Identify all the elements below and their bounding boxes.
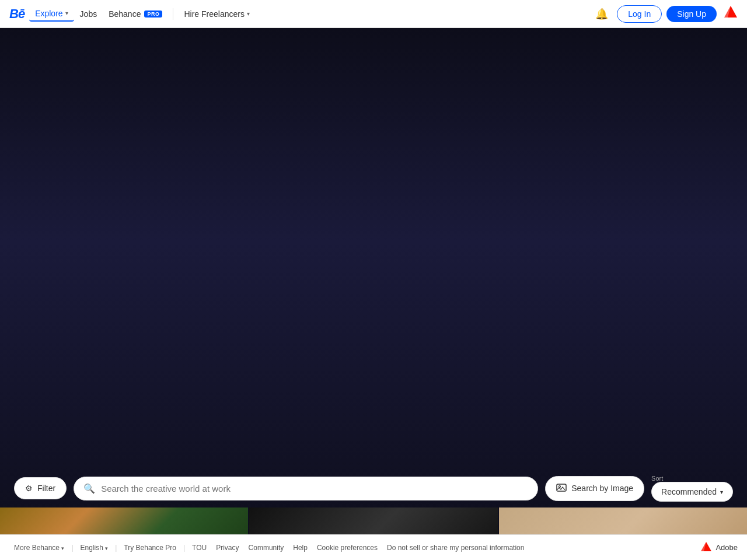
footer-more-behance[interactable]: More Behance ▾	[9, 544, 69, 552]
notifications-bell-icon[interactable]: 🔔	[591, 4, 612, 24]
more-behance-chevron-icon: ▾	[61, 545, 64, 551]
behance-logo[interactable]: Bē	[9, 6, 25, 22]
footer-cookie[interactable]: Cookie preferences	[312, 544, 382, 552]
footer-sep-1: |	[69, 544, 75, 552]
footer-help[interactable]: Help	[288, 544, 312, 552]
adobe-footer-logo-icon	[700, 541, 712, 554]
footer-sep-3: |	[181, 544, 187, 552]
sort-chevron-icon: ▾	[720, 489, 723, 495]
search-by-image-label: Search by Image	[571, 484, 633, 493]
filter-label: Filter	[37, 484, 55, 493]
footer-do-not-sell[interactable]: Do not sell or share my personal informa…	[382, 544, 529, 552]
search-bar-area: ⚙ Filter 🔍 Search by Image Sort Recommen…	[0, 475, 747, 502]
sort-button[interactable]: Recommended ▾	[651, 482, 733, 502]
sort-container: Sort Recommended ▾	[651, 475, 733, 502]
nav-jobs[interactable]: Jobs	[74, 7, 103, 21]
search-input[interactable]	[101, 484, 528, 494]
hire-freelancers-chevron-icon: ▾	[247, 10, 250, 17]
pro-badge: PRO	[144, 10, 162, 18]
filter-button[interactable]: ⚙ Filter	[14, 477, 67, 499]
footer-sep-2: |	[113, 544, 119, 552]
adobe-logo-icon	[724, 5, 738, 22]
explore-chevron-icon: ▾	[65, 10, 68, 16]
nav-hire-freelancers[interactable]: Hire Freelancers ▾	[178, 7, 255, 21]
filter-icon: ⚙	[25, 484, 33, 493]
footer-english[interactable]: English ▾	[76, 544, 113, 552]
search-input-wrapper: 🔍	[74, 477, 538, 501]
footer: More Behance ▾ | English ▾ | Try Behance…	[0, 534, 747, 560]
behance-label: Behance	[109, 9, 141, 19]
sort-value: Recommended	[661, 487, 717, 496]
navbar: Bē Explore ▾ Jobs Behance PRO Hire Freel…	[0, 0, 747, 28]
signup-button[interactable]: Sign Up	[666, 6, 717, 22]
adobe-text: Adobe	[715, 543, 738, 552]
login-button[interactable]: Log In	[617, 5, 662, 23]
search-icon: 🔍	[83, 483, 95, 494]
footer-try-pro[interactable]: Try Behance Pro	[119, 544, 181, 552]
search-by-image-button[interactable]: Search by Image	[545, 476, 644, 501]
hire-freelancers-label: Hire Freelancers	[184, 9, 244, 19]
image-search-icon	[556, 482, 567, 495]
explore-label: Explore	[35, 9, 62, 18]
main-content: ⚙ Filter 🔍 Search by Image Sort Recommen…	[0, 28, 747, 560]
footer-adobe: Adobe	[700, 541, 738, 554]
nav-explore[interactable]: Explore ▾	[29, 6, 74, 22]
svg-point-3	[559, 485, 561, 487]
nav-divider	[173, 8, 173, 20]
footer-tou[interactable]: TOU	[187, 544, 211, 552]
nav-behance[interactable]: Behance PRO	[103, 7, 168, 21]
english-chevron-icon: ▾	[105, 545, 108, 551]
sort-label: Sort	[651, 475, 663, 482]
jobs-label: Jobs	[80, 9, 97, 19]
footer-community[interactable]: Community	[244, 544, 289, 552]
footer-privacy[interactable]: Privacy	[211, 544, 243, 552]
